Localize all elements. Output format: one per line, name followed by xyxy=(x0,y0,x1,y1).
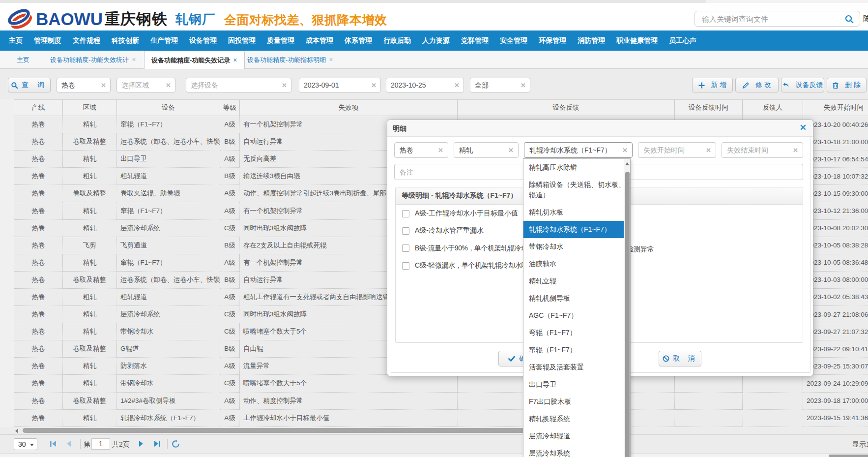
filter-field-4[interactable]: 2023-09-01✕ xyxy=(299,78,381,92)
table-row[interactable]: 热卷卷取及精整1#2#3#卷取侧导板A级动作、精度控制异常2023-09-18 … xyxy=(14,393,868,410)
nav-item-14[interactable]: 安全管理 xyxy=(500,36,527,45)
nav-item-7[interactable]: 固投管理 xyxy=(228,36,256,45)
checkbox-icon[interactable] xyxy=(402,244,409,252)
dropdown-item-3[interactable]: 精轧切水板 xyxy=(523,204,625,221)
nav-item-8[interactable]: 质量管理 xyxy=(267,36,294,45)
clear-field-icon[interactable]: ✕ xyxy=(793,147,798,154)
clear-field-icon[interactable]: ✕ xyxy=(371,82,376,89)
clear-field-icon[interactable]: ✕ xyxy=(706,147,711,154)
dropdown-item-4-selected[interactable]: 轧辊冷却水系统（F1~F7） xyxy=(523,221,625,238)
grid-horizontal-scrollbar[interactable] xyxy=(0,427,868,434)
nav-item-5[interactable]: 生产管理 xyxy=(150,36,178,45)
page-hscrollbar-thumb[interactable] xyxy=(829,455,868,457)
column-header-1[interactable]: 产线 xyxy=(14,100,63,116)
scroll-left-arrow-icon[interactable] xyxy=(15,428,18,433)
nav-item-1[interactable]: 主页 xyxy=(9,36,23,45)
filter-field-3[interactable]: 选择设备✕ xyxy=(186,78,291,92)
clear-field-icon[interactable]: ✕ xyxy=(508,147,514,154)
dropdown-item-5[interactable]: 带钢冷却水 xyxy=(523,238,625,255)
modal-field-2[interactable]: 精轧✕ xyxy=(454,142,519,158)
grid-hscrollbar-thumb[interactable] xyxy=(23,428,552,433)
close-icon[interactable]: ✕ xyxy=(800,123,807,133)
column-header-4[interactable]: 等级 xyxy=(220,100,240,116)
filter-field-5[interactable]: 2023-10-25✕ xyxy=(386,78,464,92)
scroll-up-arrow-icon[interactable] xyxy=(625,162,629,165)
table-row[interactable]: 热卷精轧带钢冷却水C级喷嘴堵塞个数大于5个2023-09-24 10:29:09 xyxy=(14,375,868,392)
page-number-input[interactable]: 1 xyxy=(91,438,110,450)
tab-3-active[interactable]: 设备功能精度-功能失效记录× xyxy=(144,51,245,69)
prev-page-button[interactable] xyxy=(66,440,72,447)
nav-item-18[interactable]: 员工心声 xyxy=(669,36,696,45)
column-header-2[interactable]: 区域 xyxy=(63,100,117,116)
header-username[interactable]: 陈 xyxy=(863,14,868,24)
column-header-6[interactable]: 设备反馈 xyxy=(458,100,675,116)
column-header-5[interactable]: 失效项 xyxy=(240,100,458,116)
dropdown-item-10[interactable]: 弯辊（F1~F7） xyxy=(523,324,625,341)
modal-field-1[interactable]: 热卷✕ xyxy=(394,142,448,158)
nav-item-3[interactable]: 文件规程 xyxy=(73,36,100,45)
query-button[interactable]: 查 询 xyxy=(8,78,51,92)
filter-field-2[interactable]: 选择区域✕ xyxy=(116,78,175,92)
table-row[interactable]: 热卷精轧轧辊冷却水系统（F1~F7）A级工作辊冷却水小于目标最小值2023-09… xyxy=(14,410,868,427)
last-page-button[interactable] xyxy=(153,440,161,447)
modal-field-5[interactable]: 失效结束时间✕ xyxy=(722,142,803,158)
tab-close-icon[interactable]: × xyxy=(329,57,333,63)
column-header-7[interactable]: 设备反馈时间 xyxy=(675,100,743,116)
tab-1[interactable]: 主页 xyxy=(10,51,36,69)
checkbox-icon[interactable] xyxy=(402,227,409,235)
dropdown-scrollbar-thumb[interactable] xyxy=(625,172,630,457)
nav-item-13[interactable]: 党群管理 xyxy=(461,36,489,45)
clear-field-icon[interactable]: ✕ xyxy=(438,147,443,154)
checkbox-icon[interactable] xyxy=(402,262,409,270)
column-header-3[interactable]: 设备 xyxy=(117,100,220,116)
clear-field-icon[interactable]: ✕ xyxy=(622,147,628,154)
dropdown-item-12[interactable]: 活套辊及活套装置 xyxy=(523,359,625,376)
modal-header[interactable]: 明细 ✕ xyxy=(387,120,813,137)
filter-field-6[interactable]: 全部✕ xyxy=(470,78,530,92)
cancel-button[interactable]: 取 消 xyxy=(659,351,701,366)
dropdown-item-8[interactable]: 精轧机侧导板 xyxy=(523,290,625,307)
nav-item-9[interactable]: 成本管理 xyxy=(306,36,333,45)
device-feedback-button[interactable]: 设备反馈 xyxy=(781,78,824,92)
nav-item-4[interactable]: 科技创新 xyxy=(112,36,139,45)
nav-item-6[interactable]: 设备管理 xyxy=(189,36,217,45)
column-header-8[interactable]: 反馈人 xyxy=(743,100,803,116)
nav-item-12[interactable]: 人力资源 xyxy=(422,36,450,45)
nav-item-16[interactable]: 消防管理 xyxy=(578,36,605,45)
first-page-button[interactable] xyxy=(50,440,58,447)
clear-field-icon[interactable]: ✕ xyxy=(521,82,526,89)
tab-close-icon[interactable]: × xyxy=(233,57,237,63)
modal-field-3[interactable]: 轧辊冷却水系统（F1~F7）✕ xyxy=(524,142,633,158)
tab-2[interactable]: 设备功能精度-功能失效统计× xyxy=(43,51,143,69)
tab-close-icon[interactable]: × xyxy=(132,57,136,63)
dropdown-item-6[interactable]: 油膜轴承 xyxy=(523,255,625,273)
delete-button[interactable]: 删 除 xyxy=(827,78,867,92)
edit-button[interactable]: 修 改 xyxy=(735,78,779,92)
nav-item-17[interactable]: 职业健康管理 xyxy=(616,36,658,45)
nav-item-10[interactable]: 体系管理 xyxy=(345,36,372,45)
dropdown-item-13[interactable]: 出口导卫 xyxy=(523,376,625,393)
add-button[interactable]: 新 增 xyxy=(692,78,733,92)
nav-item-15[interactable]: 环保管理 xyxy=(539,36,566,45)
next-page-button[interactable] xyxy=(138,440,144,447)
search-icon[interactable] xyxy=(844,14,854,24)
dropdown-item-11[interactable]: 窜辊（F1~F7） xyxy=(523,341,625,359)
file-search-input[interactable]: 输入关键词查询文件 xyxy=(694,11,860,27)
modal-field-4[interactable]: 失效开始时间✕ xyxy=(638,142,716,158)
nav-item-11[interactable]: 行政后勤 xyxy=(383,36,411,45)
clear-field-icon[interactable]: ✕ xyxy=(101,82,106,89)
clear-field-icon[interactable]: ✕ xyxy=(166,82,171,89)
dropdown-item-1[interactable]: 精轧高压水除鳞 xyxy=(523,159,625,176)
dropdown-item-9[interactable]: AGC（F1~F7） xyxy=(523,307,625,324)
dropdown-item-16[interactable]: 层流冷却辊道 xyxy=(523,427,625,445)
tab-4[interactable]: 设备功能精度-功能指标明细× xyxy=(240,51,340,69)
column-header-9[interactable]: 失效开始时间 xyxy=(803,100,868,116)
dropdown-item-2[interactable]: 除鳞箱设备（夹送辊、切水板、辊道） xyxy=(523,176,625,204)
filter-field-1[interactable]: 热卷✕ xyxy=(57,78,111,92)
dropdown-item-7[interactable]: 精轧立辊 xyxy=(523,273,625,290)
nav-item-2[interactable]: 管理制度 xyxy=(34,36,61,45)
dropdown-item-15[interactable]: 精轧换辊系统 xyxy=(523,410,625,427)
clear-field-icon[interactable]: ✕ xyxy=(282,82,287,89)
dropdown-scrollbar[interactable] xyxy=(624,159,630,457)
dropdown-item-17[interactable]: 层流冷却系统 xyxy=(523,445,625,457)
